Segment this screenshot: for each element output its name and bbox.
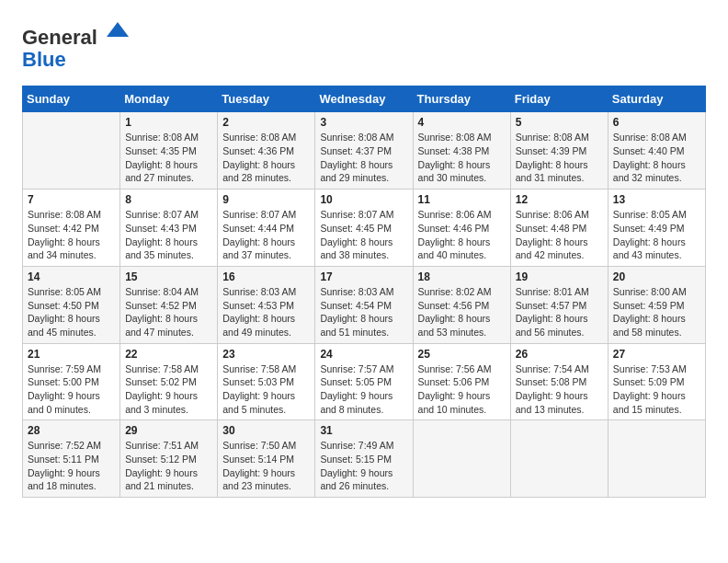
day-header-thursday: Thursday <box>413 86 510 112</box>
day-info: Sunrise: 8:07 AMSunset: 4:43 PMDaylight:… <box>125 208 212 262</box>
day-number: 21 <box>28 348 115 361</box>
day-number: 30 <box>222 424 310 437</box>
calendar-cell: 3Sunrise: 8:08 AMSunset: 4:37 PMDaylight… <box>315 112 413 190</box>
day-info: Sunrise: 7:58 AMSunset: 5:03 PMDaylight:… <box>222 362 310 417</box>
day-number: 4 <box>418 116 506 129</box>
day-number: 10 <box>320 193 407 206</box>
day-number: 12 <box>516 193 603 206</box>
day-info: Sunrise: 7:57 AMSunset: 5:05 PMDaylight:… <box>320 362 407 417</box>
day-info: Sunrise: 7:56 AMSunset: 5:06 PMDaylight:… <box>418 362 506 417</box>
day-number: 31 <box>320 424 407 437</box>
calendar-header-row: SundayMondayTuesdayWednesdayThursdayFrid… <box>23 86 706 112</box>
calendar-cell: 25Sunrise: 7:56 AMSunset: 5:06 PMDayligh… <box>413 343 510 420</box>
calendar-cell: 26Sunrise: 7:54 AMSunset: 5:08 PMDayligh… <box>510 343 608 420</box>
calendar-cell: 8Sunrise: 8:07 AMSunset: 4:43 PMDaylight… <box>120 190 218 267</box>
day-info: Sunrise: 7:51 AMSunset: 5:12 PMDaylight:… <box>125 439 212 493</box>
day-info: Sunrise: 7:49 AMSunset: 5:15 PMDaylight:… <box>320 439 407 493</box>
calendar-cell: 13Sunrise: 8:05 AMSunset: 4:49 PMDayligh… <box>608 190 705 267</box>
logo: General Blue <box>22 18 131 71</box>
calendar-week-row: 14Sunrise: 8:05 AMSunset: 4:50 PMDayligh… <box>23 266 706 343</box>
calendar-cell: 20Sunrise: 8:00 AMSunset: 4:59 PMDayligh… <box>608 266 705 343</box>
logo-icon <box>105 18 131 44</box>
calendar-week-row: 28Sunrise: 7:52 AMSunset: 5:11 PMDayligh… <box>23 420 706 498</box>
calendar-cell: 18Sunrise: 8:02 AMSunset: 4:56 PMDayligh… <box>413 266 510 343</box>
logo-general: General <box>22 26 97 49</box>
day-number: 20 <box>613 270 700 283</box>
calendar-cell: 14Sunrise: 8:05 AMSunset: 4:50 PMDayligh… <box>23 266 120 343</box>
calendar-cell: 9Sunrise: 8:07 AMSunset: 4:44 PMDaylight… <box>218 190 315 267</box>
day-number: 6 <box>613 116 700 129</box>
day-info: Sunrise: 7:59 AMSunset: 5:00 PMDaylight:… <box>28 362 115 417</box>
calendar-cell: 17Sunrise: 8:03 AMSunset: 4:54 PMDayligh… <box>315 266 413 343</box>
day-number: 2 <box>222 116 310 129</box>
day-info: Sunrise: 8:02 AMSunset: 4:56 PMDaylight:… <box>418 285 506 339</box>
calendar-cell: 12Sunrise: 8:06 AMSunset: 4:48 PMDayligh… <box>510 190 608 267</box>
calendar-cell: 23Sunrise: 7:58 AMSunset: 5:03 PMDayligh… <box>218 343 315 420</box>
calendar-week-row: 21Sunrise: 7:59 AMSunset: 5:00 PMDayligh… <box>23 343 706 420</box>
day-number: 19 <box>516 270 603 283</box>
calendar-cell: 24Sunrise: 7:57 AMSunset: 5:05 PMDayligh… <box>315 343 413 420</box>
calendar-cell: 15Sunrise: 8:04 AMSunset: 4:52 PMDayligh… <box>120 266 218 343</box>
calendar-cell: 27Sunrise: 7:53 AMSunset: 5:09 PMDayligh… <box>608 343 705 420</box>
day-number: 16 <box>222 270 310 283</box>
calendar-cell: 7Sunrise: 8:08 AMSunset: 4:42 PMDaylight… <box>23 190 120 267</box>
day-number: 1 <box>125 116 212 129</box>
day-info: Sunrise: 8:06 AMSunset: 4:48 PMDaylight:… <box>516 208 603 262</box>
day-header-friday: Friday <box>510 86 608 112</box>
day-info: Sunrise: 8:08 AMSunset: 4:39 PMDaylight:… <box>516 131 603 185</box>
day-info: Sunrise: 8:08 AMSunset: 4:38 PMDaylight:… <box>418 131 506 185</box>
day-number: 22 <box>125 348 212 361</box>
day-number: 9 <box>222 193 310 206</box>
day-info: Sunrise: 8:08 AMSunset: 4:35 PMDaylight:… <box>125 131 212 185</box>
day-number: 24 <box>320 348 407 361</box>
day-info: Sunrise: 7:58 AMSunset: 5:02 PMDaylight:… <box>125 362 212 417</box>
day-info: Sunrise: 7:53 AMSunset: 5:09 PMDaylight:… <box>613 362 700 417</box>
day-info: Sunrise: 8:00 AMSunset: 4:59 PMDaylight:… <box>613 285 700 339</box>
calendar-cell: 16Sunrise: 8:03 AMSunset: 4:53 PMDayligh… <box>218 266 315 343</box>
calendar-cell <box>23 112 120 190</box>
day-number: 26 <box>516 348 603 361</box>
day-number: 3 <box>320 116 407 129</box>
day-info: Sunrise: 8:07 AMSunset: 4:44 PMDaylight:… <box>222 208 310 262</box>
day-info: Sunrise: 8:08 AMSunset: 4:40 PMDaylight:… <box>613 131 700 185</box>
calendar-cell: 11Sunrise: 8:06 AMSunset: 4:46 PMDayligh… <box>413 190 510 267</box>
calendar-cell: 30Sunrise: 7:50 AMSunset: 5:14 PMDayligh… <box>218 420 315 498</box>
day-number: 29 <box>125 424 212 437</box>
svg-marker-0 <box>107 22 129 37</box>
logo-blue: Blue <box>22 48 66 71</box>
day-info: Sunrise: 8:08 AMSunset: 4:42 PMDaylight:… <box>28 208 115 262</box>
day-number: 11 <box>418 193 506 206</box>
calendar-cell: 19Sunrise: 8:01 AMSunset: 4:57 PMDayligh… <box>510 266 608 343</box>
day-info: Sunrise: 8:03 AMSunset: 4:54 PMDaylight:… <box>320 285 407 339</box>
day-number: 28 <box>28 424 115 437</box>
day-info: Sunrise: 7:54 AMSunset: 5:08 PMDaylight:… <box>516 362 603 417</box>
day-number: 27 <box>613 348 700 361</box>
day-number: 23 <box>222 348 310 361</box>
day-number: 25 <box>418 348 506 361</box>
day-number: 18 <box>418 270 506 283</box>
day-info: Sunrise: 8:04 AMSunset: 4:52 PMDaylight:… <box>125 285 212 339</box>
calendar-cell: 31Sunrise: 7:49 AMSunset: 5:15 PMDayligh… <box>315 420 413 498</box>
day-header-sunday: Sunday <box>23 86 120 112</box>
logo-text: General <box>22 18 131 49</box>
calendar-cell: 6Sunrise: 8:08 AMSunset: 4:40 PMDaylight… <box>608 112 705 190</box>
day-info: Sunrise: 7:52 AMSunset: 5:11 PMDaylight:… <box>28 439 115 493</box>
day-header-monday: Monday <box>120 86 218 112</box>
day-info: Sunrise: 8:03 AMSunset: 4:53 PMDaylight:… <box>222 285 310 339</box>
day-number: 7 <box>28 193 115 206</box>
day-number: 15 <box>125 270 212 283</box>
page-header: General Blue <box>22 18 706 71</box>
calendar-cell: 2Sunrise: 8:08 AMSunset: 4:36 PMDaylight… <box>218 112 315 190</box>
day-info: Sunrise: 7:50 AMSunset: 5:14 PMDaylight:… <box>222 439 310 493</box>
calendar-week-row: 7Sunrise: 8:08 AMSunset: 4:42 PMDaylight… <box>23 190 706 267</box>
calendar-cell: 1Sunrise: 8:08 AMSunset: 4:35 PMDaylight… <box>120 112 218 190</box>
calendar-cell: 10Sunrise: 8:07 AMSunset: 4:45 PMDayligh… <box>315 190 413 267</box>
calendar-cell: 29Sunrise: 7:51 AMSunset: 5:12 PMDayligh… <box>120 420 218 498</box>
day-header-wednesday: Wednesday <box>315 86 413 112</box>
day-number: 17 <box>320 270 407 283</box>
calendar-cell: 22Sunrise: 7:58 AMSunset: 5:02 PMDayligh… <box>120 343 218 420</box>
day-info: Sunrise: 8:08 AMSunset: 4:37 PMDaylight:… <box>320 131 407 185</box>
calendar-cell <box>413 420 510 498</box>
day-header-saturday: Saturday <box>608 86 705 112</box>
day-number: 13 <box>613 193 700 206</box>
